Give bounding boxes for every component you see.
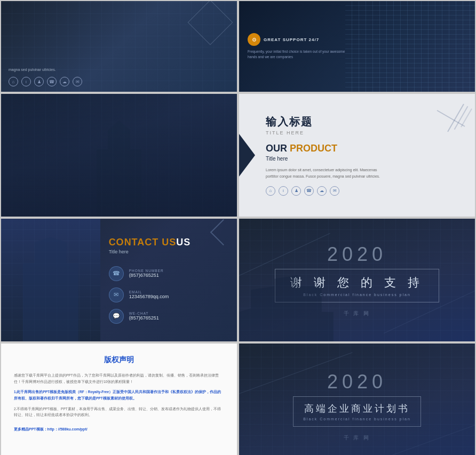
slide-5: CONTACT USUS Title here ☎ PHONE NUMBER (…: [1, 219, 237, 341]
phone-label: PHONE NUMBER: [129, 269, 164, 273]
contact-wechat-item: 💬 WE-CHAT (857)6765251: [109, 309, 228, 324]
icon-home-2: ⌂: [266, 186, 275, 196]
slide8-building: [239, 381, 475, 456]
slide-1: magna sed pulvinar ultricies. ⌂ i ♟ ☎ ☁ …: [1, 1, 237, 92]
copyright-title: 版权声明: [14, 355, 224, 365]
phone-info: PHONE NUMBER (857)6765251: [129, 269, 164, 278]
product-subtitle: Title here: [266, 156, 463, 162]
slide-8: 2020 高端企业商业计划书 Black Commercial finance …: [239, 344, 475, 455]
email-icon: ✉: [109, 288, 124, 302]
icon-cloud-2: ☁: [317, 186, 327, 196]
contact-title: CONTACT USUS: [109, 237, 228, 248]
contact-header: CONTACT USUS Title here: [109, 237, 228, 260]
copyright-para2: 1.此千库网出售的PPT模板是免版税类（RF：Royalty-Free）正版受中…: [14, 389, 224, 401]
slide2-left: ⚙ GREAT SUPPORT 24/7 Frequently, your in…: [248, 33, 346, 60]
slide-6: 2020 谢 谢 您 的 支 持 Black Commercial financ…: [239, 219, 475, 341]
phone-icon: ☎: [109, 266, 124, 281]
icon-user-2: ♟: [291, 186, 301, 196]
slide-7: 版权声明 感谢您下载千库网平台上提供的PPT作品，为了您和千库网以及原创作者的利…: [1, 344, 237, 455]
support-badge: ⚙ GREAT SUPPORT 24/7: [248, 33, 346, 46]
contact-email-item: ✉ EMAIL 123456789qq.com: [109, 288, 228, 302]
wechat-value: (857)6765251: [129, 315, 159, 321]
more-link: 更多精品PPT模板：http：//588ku.com/ppt/: [14, 427, 224, 432]
slide-3: [1, 94, 237, 217]
phone-value: (857)6765251: [129, 273, 164, 278]
slide4-icons: ⌂ i ♟ ☎ ☁ ✉: [266, 186, 463, 196]
contact-building: [1, 219, 100, 341]
decorative-corner: [419, 102, 467, 150]
contact-grid: [1, 219, 100, 341]
product-heading-accent: PRODUCT: [290, 143, 337, 154]
support-desc: Frequently, your initial first choice is…: [248, 49, 346, 60]
email-value: 123456789qq.com: [129, 294, 169, 299]
contact-phone-item: ☎ PHONE NUMBER (857)6765251: [109, 266, 228, 281]
contact-subtitle: Title here: [109, 249, 228, 254]
icon-phone-2: ☎: [304, 186, 314, 196]
wechat-info: WE-CHAT (857)6765251: [129, 312, 159, 321]
building-overlay: [345, 1, 475, 92]
slide-2: ⚙ GREAT SUPPORT 24/7 Frequently, your in…: [239, 1, 475, 92]
wechat-label: WE-CHAT: [129, 312, 159, 315]
left-arrow-shape: [239, 134, 255, 177]
copyright-para3: 2.不得将千库网的PPT模板、PPT素材，本身用于再出售、成渠业务、出情、转让、…: [14, 406, 224, 418]
product-desc: Lorem ipsum dolor sit amet, consectetuer…: [266, 167, 383, 180]
icon-info-2: i: [279, 186, 288, 196]
email-label: EMAIL: [129, 290, 169, 294]
support-title: GREAT SUPPORT 24/7: [264, 37, 319, 42]
wechat-icon: 💬: [109, 309, 124, 324]
slide3-bg: [1, 94, 237, 217]
icon-mail-2: ✉: [330, 186, 339, 196]
building-grid: [345, 1, 475, 92]
email-info: EMAIL 123456789qq.com: [129, 290, 169, 299]
copyright-para1: 感谢您下载千库网平台上提供的PPT作品，为了您和千库网以及原创作者的利益，请勿复…: [14, 372, 224, 385]
slide-4: 输入标题 TITLE HERE OUR PRODUCT Title here L…: [239, 94, 475, 217]
support-icon: ⚙: [248, 33, 260, 46]
contact-us-accent: US: [162, 237, 176, 248]
contact-label: CONTACT: [109, 237, 159, 248]
